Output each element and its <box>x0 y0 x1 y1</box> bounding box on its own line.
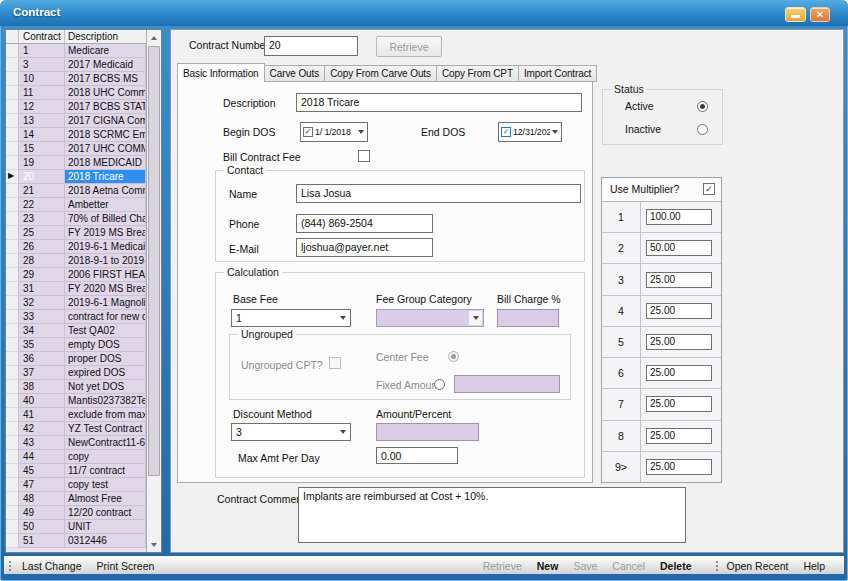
row-selector[interactable] <box>6 282 19 296</box>
contract-id-cell[interactable]: 33 <box>19 310 65 324</box>
begin-dos-picker[interactable]: ✓ 1/ 1/2018 <box>300 122 368 142</box>
minimize-button[interactable] <box>785 7 806 22</box>
contract-desc-cell[interactable]: Test QA02 <box>65 324 146 338</box>
contract-row-32[interactable]: 322019-6-1 Magnolia <box>6 296 146 310</box>
contract-desc-cell[interactable]: Medicare <box>65 44 146 58</box>
contract-id-cell[interactable]: 47 <box>19 478 65 492</box>
row-selector[interactable] <box>6 198 19 212</box>
contract-row-25[interactable]: 25FY 2019 MS Breas <box>6 226 146 240</box>
contract-desc-cell[interactable]: UNIT <box>65 520 146 534</box>
multiplier-value-input[interactable]: 25.00 <box>646 428 712 444</box>
contract-id-cell[interactable]: 35 <box>19 338 65 352</box>
contract-desc-cell[interactable]: FY 2019 MS Breas <box>65 226 146 240</box>
base-fee-combo[interactable]: 1 <box>231 309 351 327</box>
row-selector[interactable] <box>6 86 19 100</box>
contract-id-cell[interactable]: 22 <box>19 198 65 212</box>
contract-id-cell[interactable]: 31 <box>19 282 65 296</box>
contract-id-cell[interactable]: 42 <box>19 422 65 436</box>
contract-id-cell[interactable]: 21 <box>19 184 65 198</box>
contract-row-13[interactable]: 132017 CIGNA Comm <box>6 114 146 128</box>
ungrouped-cpt-checkbox[interactable] <box>329 357 341 369</box>
fee-group-category-combo[interactable] <box>376 309 484 327</box>
bill-contract-fee-checkbox[interactable] <box>358 150 370 162</box>
contract-id-cell[interactable]: 48 <box>19 492 65 506</box>
contact-name-input[interactable]: Lisa Josua <box>296 184 581 203</box>
contract-id-cell[interactable]: 32 <box>19 296 65 310</box>
multiplier-value-input[interactable]: 25.00 <box>646 396 712 412</box>
contract-row-21[interactable]: 212018 Aetna Comm <box>6 184 146 198</box>
contract-desc-cell[interactable]: Ambetter <box>65 198 146 212</box>
close-button[interactable]: ✕ <box>810 7 830 22</box>
row-selector[interactable] <box>6 464 19 478</box>
row-selector[interactable] <box>6 492 19 506</box>
contract-desc-cell[interactable]: Not yet DOS <box>65 380 146 394</box>
row-selector[interactable] <box>6 268 19 282</box>
contract-id-cell[interactable]: 19 <box>19 156 65 170</box>
new-button[interactable]: New <box>537 560 559 572</box>
use-multiplier-checkbox[interactable]: ✓ <box>703 183 715 195</box>
contract-desc-cell[interactable]: 2017 BCBS STAT <box>65 100 146 114</box>
contract-row-36[interactable]: 36proper DOS <box>6 352 146 366</box>
tab-copy-from-carve-outs[interactable]: Copy From Carve Outs <box>325 65 437 82</box>
contract-row-29[interactable]: 292006 FIRST HEAL <box>6 268 146 282</box>
row-selector[interactable] <box>6 142 19 156</box>
help-button[interactable]: Help <box>803 560 825 572</box>
contract-id-cell[interactable]: 37 <box>19 366 65 380</box>
row-selector[interactable] <box>6 450 19 464</box>
contract-id-cell[interactable]: 26 <box>19 240 65 254</box>
contract-desc-cell[interactable]: FY 2020 MS Breas <box>65 282 146 296</box>
contract-desc-cell[interactable]: 2017 BCBS MS <box>65 72 146 86</box>
contract-row-23[interactable]: 2370% of Billed Char <box>6 212 146 226</box>
scrollbar-thumb[interactable] <box>148 46 160 476</box>
contract-id-cell[interactable]: 3 <box>19 58 65 72</box>
row-selector[interactable] <box>6 44 19 58</box>
contract-desc-cell[interactable]: 2017 Medicaid <box>65 58 146 72</box>
contract-number-input[interactable]: 20 <box>264 36 358 56</box>
row-selector[interactable] <box>6 478 19 492</box>
contract-id-cell[interactable]: 1 <box>19 44 65 58</box>
contract-id-cell[interactable]: 44 <box>19 450 65 464</box>
contract-row-44[interactable]: 44copy <box>6 450 146 464</box>
row-selector[interactable] <box>6 338 19 352</box>
fixed-amount-radio[interactable] <box>434 379 445 390</box>
contract-desc-cell[interactable]: 2018 Aetna Comm <box>65 184 146 198</box>
titlebar[interactable]: Contract ✕ <box>0 0 848 26</box>
row-selector[interactable] <box>6 436 19 450</box>
row-selector[interactable] <box>6 296 19 310</box>
retrieve-button[interactable]: Retrieve <box>483 560 522 572</box>
contract-row-31[interactable]: 31FY 2020 MS Breas <box>6 282 146 296</box>
contract-desc-cell[interactable]: expired DOS <box>65 366 146 380</box>
contract-id-cell[interactable]: 20 <box>19 170 65 184</box>
row-selector[interactable] <box>6 394 19 408</box>
contract-row-20[interactable]: ▶202018 Tricare <box>6 170 146 184</box>
contract-row-11[interactable]: 112018 UHC Comme <box>6 86 146 100</box>
contract-row-26[interactable]: 262019-6-1 Medicaid <box>6 240 146 254</box>
vertical-scrollbar[interactable] <box>146 30 161 552</box>
contact-email-input[interactable]: ljoshua@payer.net <box>296 238 433 257</box>
contract-row-51[interactable]: 510312446 <box>6 534 146 548</box>
row-selector[interactable] <box>6 212 19 226</box>
begin-dos-checkbox[interactable]: ✓ <box>303 127 313 137</box>
contract-desc-cell[interactable]: 2018 Tricare <box>65 170 146 184</box>
discount-method-chevron-icon[interactable] <box>340 430 346 434</box>
multiplier-value-input[interactable]: 25.00 <box>646 272 712 288</box>
contract-desc-cell[interactable]: exclude from max <box>65 408 146 422</box>
print-screen-button[interactable]: Print Screen <box>97 560 155 572</box>
contract-row-42[interactable]: 42YZ Test Contract <box>6 422 146 436</box>
contract-desc-cell[interactable]: YZ Test Contract <box>65 422 146 436</box>
contract-id-cell[interactable]: 23 <box>19 212 65 226</box>
bill-charge-input[interactable] <box>497 309 559 327</box>
center-fee-radio[interactable] <box>448 351 459 362</box>
contract-comment-input[interactable]: Implants are reimbursed at Cost + 10%. <box>298 487 686 543</box>
column-header-description[interactable]: Description <box>65 30 146 43</box>
contract-row-49[interactable]: 4912/20 contract <box>6 506 146 520</box>
row-selector[interactable] <box>6 324 19 338</box>
contract-id-cell[interactable]: 45 <box>19 464 65 478</box>
contract-row-41[interactable]: 41exclude from max <box>6 408 146 422</box>
contract-id-cell[interactable]: 34 <box>19 324 65 338</box>
contact-phone-input[interactable]: (844) 869-2504 <box>296 214 433 233</box>
end-dos-checkbox[interactable]: ✓ <box>501 127 511 137</box>
end-dos-picker[interactable]: ✓ 12/31/2021 <box>498 122 562 142</box>
row-selector[interactable] <box>6 254 19 268</box>
row-selector[interactable] <box>6 156 19 170</box>
